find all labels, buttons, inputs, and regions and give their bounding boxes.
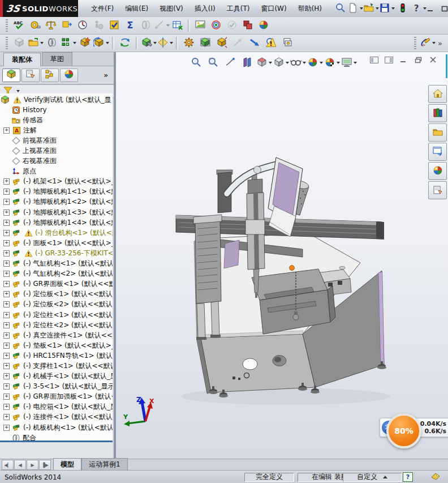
expand-icon[interactable]: + — [3, 189, 10, 195]
dimxpert-button[interactable] — [154, 18, 170, 33]
nav-next-button[interactable]: ▶ — [27, 460, 38, 470]
tab-motion-study[interactable]: 运动算例1 — [81, 458, 128, 471]
zoom-to-area-button[interactable] — [205, 55, 221, 71]
open-document-button[interactable] — [364, 2, 378, 15]
performance-evaluation-button[interactable] — [75, 18, 91, 33]
restore-button[interactable] — [440, 4, 448, 13]
expand-icon[interactable]: + — [3, 178, 10, 185]
tab-assembly[interactable]: 装配体 — [3, 53, 41, 66]
expand-icon[interactable]: + — [3, 414, 10, 420]
equations-button[interactable]: Σ — [122, 18, 138, 33]
mate-reference-button[interactable] — [138, 18, 154, 33]
new-document-button[interactable] — [348, 2, 362, 15]
reference-geometry-button[interactable] — [157, 35, 173, 51]
tree-item[interactable]: +(-) 定位柱<1> (默认<<默认> — [0, 310, 113, 320]
walk-through-button[interactable] — [91, 18, 106, 33]
tree-item[interactable]: +(-) 连接件<1> (默认<<默认> — [0, 412, 113, 422]
progress-badge[interactable]: 80% — [386, 413, 421, 448]
edit-appearance-button[interactable] — [307, 55, 323, 71]
spell-check-button[interactable]: ABC — [11, 18, 27, 33]
expand-icon[interactable]: + — [3, 230, 10, 236]
tree-item[interactable]: +(-) 真空连接件<1> (默认<<默 — [0, 330, 113, 340]
large-assembly-mode-button[interactable] — [247, 35, 262, 51]
expand-icon[interactable]: + — [3, 394, 10, 400]
expand-icon[interactable]: + — [3, 250, 10, 257]
move-component-button[interactable] — [93, 35, 109, 51]
expand-icon[interactable]: + — [3, 332, 10, 339]
tree-item[interactable]: 前视基准面 — [0, 135, 113, 146]
display-style-button[interactable] — [273, 55, 289, 71]
filter-dropdown[interactable] — [16, 90, 20, 92]
pane-left-icon[interactable] — [369, 55, 379, 64]
show-hidden-components-button[interactable] — [197, 35, 213, 51]
instant3d-button[interactable] — [230, 35, 246, 51]
tab-sketch[interactable]: 草图 — [42, 52, 72, 66]
graphics-area[interactable]: Y Z X 将 ↑ 0.04K/s ↓ 0.6K/s 80% — [116, 52, 448, 459]
tree-item[interactable]: History — [0, 105, 113, 115]
close-child-button[interactable] — [428, 55, 438, 64]
file-explorer-button[interactable] — [428, 123, 447, 142]
tree-item[interactable]: 原点 — [0, 166, 113, 177]
expand-icon[interactable]: + — [3, 404, 10, 410]
tree-item[interactable]: +(-) 3-5<1> (默认<默认_显示 — [0, 382, 113, 392]
interference-detection-button[interactable]: ! — [263, 35, 279, 51]
tree-item[interactable]: +(-) 定位板<1> (默认<<默认> — [0, 289, 113, 300]
manager-tab-display-manager[interactable] — [60, 69, 78, 82]
expand-icon[interactable]: + — [3, 301, 10, 307]
tree-item[interactable]: +(-) GR界面加强板<1> (默认< — [0, 392, 113, 402]
pane-right-icon[interactable] — [384, 55, 394, 64]
manager-tab-property-manager[interactable] — [21, 69, 40, 82]
compare-documents-button[interactable] — [240, 18, 256, 33]
view-palette-button[interactable] — [428, 143, 447, 161]
new-motion-study-button[interactable] — [181, 35, 197, 51]
menu-item[interactable]: 视图(V) — [154, 2, 188, 16]
tree-item[interactable]: +(-) 机械手<1> (默认<默认_显 — [0, 371, 113, 382]
mate-button[interactable] — [44, 35, 60, 51]
restore-child-button[interactable] — [413, 55, 423, 64]
insert-component-button[interactable] — [11, 35, 27, 51]
design-library-button[interactable] — [428, 104, 447, 122]
tree-item[interactable]: +(-) 地脚板机构1<3> (默认<默认 — [0, 207, 113, 217]
expand-icon[interactable]: + — [3, 210, 10, 216]
preview-window-button[interactable] — [192, 18, 208, 33]
expand-icon[interactable]: + — [3, 291, 10, 297]
minimize-button[interactable] — [425, 4, 434, 13]
minimize-child-button[interactable] — [398, 55, 408, 64]
tree-item[interactable]: 配合 — [0, 433, 113, 441]
expand-icon[interactable]: + — [3, 240, 10, 246]
expand-icon[interactable]: + — [3, 271, 10, 277]
exploded-view-button[interactable] — [214, 35, 230, 51]
expand-icon[interactable]: + — [3, 343, 10, 349]
tree-item[interactable]: +(-) 支撑柱1<1> (默认<<默认 — [0, 361, 113, 371]
expand-icon[interactable]: + — [3, 312, 10, 318]
tree-item[interactable]: +!(-) GR-33-256-下模KIT<1 — [0, 248, 113, 258]
linear-component-pattern-button[interactable] — [61, 35, 76, 51]
zoom-to-selection-button[interactable] — [222, 55, 238, 71]
tree-item[interactable]: +(-) 地脚板机构1<4> (默认<默认 — [0, 217, 113, 228]
tree-item[interactable]: +(-) GR界面板<1> (默认<<默认 — [0, 279, 113, 289]
traffic-light-button[interactable] — [396, 2, 410, 15]
design-checker-button[interactable] — [106, 18, 122, 33]
expand-icon[interactable]: + — [3, 383, 10, 390]
download-overlay-widget[interactable]: 将 ↑ 0.04K/s ↓ 0.6K/s 80% — [376, 413, 448, 448]
assembly-model[interactable] — [116, 52, 448, 459]
save-document-button[interactable] — [380, 2, 394, 15]
custom-properties-button[interactable] — [428, 181, 447, 199]
tree-item[interactable]: +!(-) 滑台机构<1> (默认<默认 — [0, 228, 113, 238]
toolbar-mode-status[interactable]: 自定义 — [343, 473, 402, 482]
nav-prev-button[interactable]: ◀ — [14, 460, 26, 470]
tree-item[interactable]: +(-) 气缸机构<1> (默认<默认 — [0, 259, 113, 269]
expand-icon[interactable]: + — [3, 363, 10, 369]
home-button[interactable] — [428, 85, 447, 103]
tree-item[interactable]: +(-) 电控箱<1> (默认<默认_显 — [0, 402, 113, 412]
assembly-features-button[interactable] — [141, 35, 157, 51]
smart-fasteners-button[interactable] — [77, 35, 93, 51]
expand-icon[interactable]: + — [3, 199, 10, 205]
expand-icon[interactable]: + — [3, 260, 10, 267]
tree-item[interactable]: 右视基准面 — [0, 156, 113, 166]
tree-root-item[interactable]: !Verify测试机 (默认<默认_显 — [0, 95, 113, 105]
help-button[interactable]: ? — [412, 2, 425, 15]
nav-first-button[interactable]: ◀▏ — [2, 460, 14, 470]
expand-icon[interactable]: + — [3, 127, 10, 134]
menu-item[interactable]: 编辑(E) — [120, 2, 153, 16]
